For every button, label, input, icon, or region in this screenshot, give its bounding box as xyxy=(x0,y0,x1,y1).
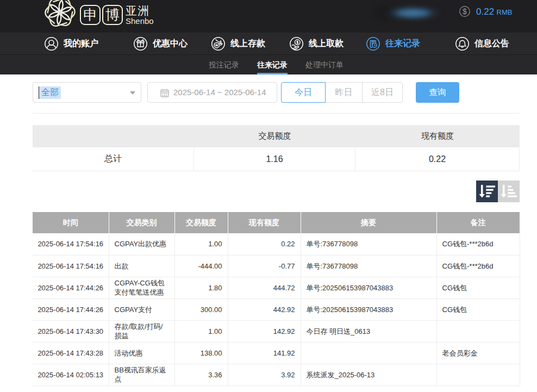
svg-text:$: $ xyxy=(463,7,467,16)
